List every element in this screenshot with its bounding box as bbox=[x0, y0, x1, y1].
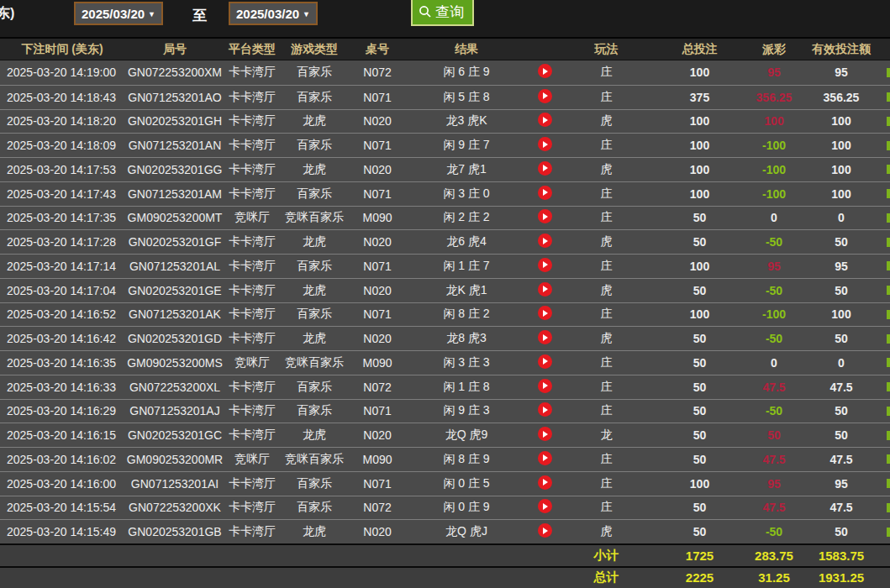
cell-game-type: 龙虎 bbox=[279, 524, 350, 539]
cell-payout: 47.5 bbox=[748, 501, 800, 514]
header-play-type: 玩法 bbox=[561, 42, 651, 57]
cell-play-type: 虎 bbox=[561, 283, 651, 298]
cell-game-no: GN020253201GB bbox=[124, 525, 225, 538]
header-game-no: 局号 bbox=[124, 42, 225, 57]
cell-table-no: N020 bbox=[350, 525, 405, 538]
cell-payout: -50 bbox=[748, 235, 800, 249]
date-from-picker[interactable]: 2025/03/20 ▼ bbox=[74, 2, 163, 25]
cell-valid-bet: 356.25 bbox=[800, 91, 882, 104]
replay-video-icon[interactable] bbox=[538, 137, 552, 151]
cell-play-type: 庄 bbox=[561, 138, 651, 153]
cell-play-type: 庄 bbox=[561, 452, 651, 467]
cell-bet-time: 2025-03-20 14:17:14 bbox=[0, 260, 124, 273]
date-range-to-label: 至 bbox=[192, 6, 207, 25]
cell-result: 闲 3 庄 3 bbox=[405, 355, 528, 370]
clipped-column-sliver bbox=[887, 358, 890, 367]
cell-result: 龙Q 虎J bbox=[405, 524, 528, 539]
cell-payout: -50 bbox=[748, 404, 800, 417]
cell-game-no: GN020253201GE bbox=[124, 284, 225, 297]
cell-total-bet: 50 bbox=[651, 284, 748, 297]
header-bet-time: 下注时间 (美东) bbox=[0, 42, 124, 57]
query-button-label: 查询 bbox=[435, 3, 464, 22]
replay-video-icon[interactable] bbox=[538, 354, 552, 369]
replay-video-icon[interactable] bbox=[538, 89, 552, 103]
clipped-timezone-label: 东) bbox=[0, 5, 14, 23]
cell-table-no: N071 bbox=[350, 91, 405, 104]
cell-table-no: N071 bbox=[350, 477, 405, 491]
cell-table-no: M090 bbox=[350, 211, 405, 224]
cell-game-no: GN071253201AM bbox=[124, 187, 225, 201]
clipped-column-sliver bbox=[887, 382, 890, 391]
cell-bet-time: 2025-03-20 14:16:00 bbox=[0, 477, 124, 491]
cell-game-type: 百家乐 bbox=[279, 307, 350, 322]
cell-valid-bet: 100 bbox=[800, 114, 882, 128]
date-to-picker[interactable]: 2025/03/20 ▼ bbox=[229, 2, 318, 25]
cell-game-no: GN020253201GC bbox=[124, 428, 225, 442]
replay-video-icon[interactable] bbox=[538, 282, 552, 297]
cell-play-type: 庄 bbox=[561, 380, 651, 395]
table-row: 2025-03-20 14:17:43 GN071253201AM 卡卡湾厅 百… bbox=[0, 181, 890, 206]
cell-game-no: GN071253201AK bbox=[124, 307, 225, 321]
cell-platform: 卡卡湾厅 bbox=[225, 524, 279, 539]
replay-video-icon[interactable] bbox=[538, 209, 552, 223]
cell-result: 闲 9 庄 3 bbox=[405, 403, 528, 418]
cell-total-bet: 100 bbox=[651, 66, 748, 79]
cell-valid-bet: 50 bbox=[800, 332, 882, 345]
cell-platform: 卡卡湾厅 bbox=[225, 259, 279, 274]
cell-table-no: N020 bbox=[350, 114, 405, 128]
replay-video-icon[interactable] bbox=[538, 475, 552, 490]
cell-valid-bet: 47.5 bbox=[800, 501, 882, 514]
cell-game-no: GN072253200XM bbox=[124, 66, 225, 79]
cell-bet-time: 2025-03-20 14:17:53 bbox=[0, 163, 124, 176]
cell-total-bet: 100 bbox=[651, 163, 748, 176]
cell-game-no: GM090253200MS bbox=[124, 356, 225, 370]
cell-platform: 卡卡湾厅 bbox=[225, 403, 279, 418]
cell-play-type: 庄 bbox=[561, 500, 651, 515]
replay-video-icon[interactable] bbox=[538, 499, 552, 513]
replay-video-icon[interactable] bbox=[538, 113, 552, 127]
replay-video-icon[interactable] bbox=[538, 186, 552, 200]
cell-total-bet: 50 bbox=[651, 501, 748, 514]
cell-bet-time: 2025-03-20 14:18:43 bbox=[0, 91, 124, 104]
replay-video-icon[interactable] bbox=[538, 234, 552, 248]
clipped-column-sliver bbox=[887, 141, 890, 150]
cell-play-type: 虎 bbox=[561, 162, 651, 177]
cell-table-no: N020 bbox=[350, 332, 405, 345]
replay-video-icon[interactable] bbox=[538, 64, 552, 78]
cell-table-no: M090 bbox=[350, 453, 405, 466]
cell-result: 龙Q 虎9 bbox=[405, 428, 528, 443]
replay-video-icon[interactable] bbox=[538, 402, 552, 417]
query-button[interactable]: 查询 bbox=[411, 0, 474, 26]
subtotal-row: 小计 1725 283.75 1583.75 bbox=[0, 543, 890, 566]
cell-play-type: 龙 bbox=[561, 428, 651, 443]
search-icon bbox=[419, 5, 432, 18]
table-row: 2025-03-20 14:18:20 GN020253201GH 卡卡湾厅 龙… bbox=[0, 109, 890, 134]
cell-bet-time: 2025-03-20 14:16:35 bbox=[0, 356, 124, 370]
cell-result: 闲 0 庄 5 bbox=[405, 476, 528, 491]
replay-video-icon[interactable] bbox=[538, 427, 552, 441]
cell-table-no: M090 bbox=[350, 356, 405, 370]
cell-platform: 卡卡湾厅 bbox=[225, 380, 279, 395]
replay-video-icon[interactable] bbox=[538, 258, 552, 272]
replay-video-icon[interactable] bbox=[538, 523, 552, 538]
cell-bet-time: 2025-03-20 14:19:00 bbox=[0, 66, 124, 79]
cell-table-no: N071 bbox=[350, 260, 405, 273]
replay-video-icon[interactable] bbox=[538, 379, 552, 393]
replay-video-icon[interactable] bbox=[538, 306, 552, 320]
cell-payout: 100 bbox=[748, 114, 800, 128]
cell-game-type: 百家乐 bbox=[279, 500, 350, 515]
replay-video-icon[interactable] bbox=[538, 161, 552, 176]
cell-valid-bet: 50 bbox=[800, 428, 882, 442]
cell-total-bet: 50 bbox=[651, 428, 748, 442]
clipped-column-sliver bbox=[887, 165, 890, 174]
replay-video-icon[interactable] bbox=[538, 451, 552, 465]
cell-payout: 47.5 bbox=[748, 453, 800, 466]
cell-game-type: 百家乐 bbox=[279, 380, 350, 395]
cell-total-bet: 50 bbox=[651, 525, 748, 538]
cell-platform: 卡卡湾厅 bbox=[225, 138, 279, 153]
table-header-row: 下注时间 (美东) 局号 平台类型 游戏类型 桌号 结果 玩法 总投注 派彩 有… bbox=[0, 37, 890, 60]
cell-game-no: GN020253201GG bbox=[124, 163, 225, 176]
replay-video-icon[interactable] bbox=[538, 330, 552, 344]
cell-result: 龙8 虎3 bbox=[405, 331, 528, 346]
cell-platform: 卡卡湾厅 bbox=[225, 65, 279, 80]
